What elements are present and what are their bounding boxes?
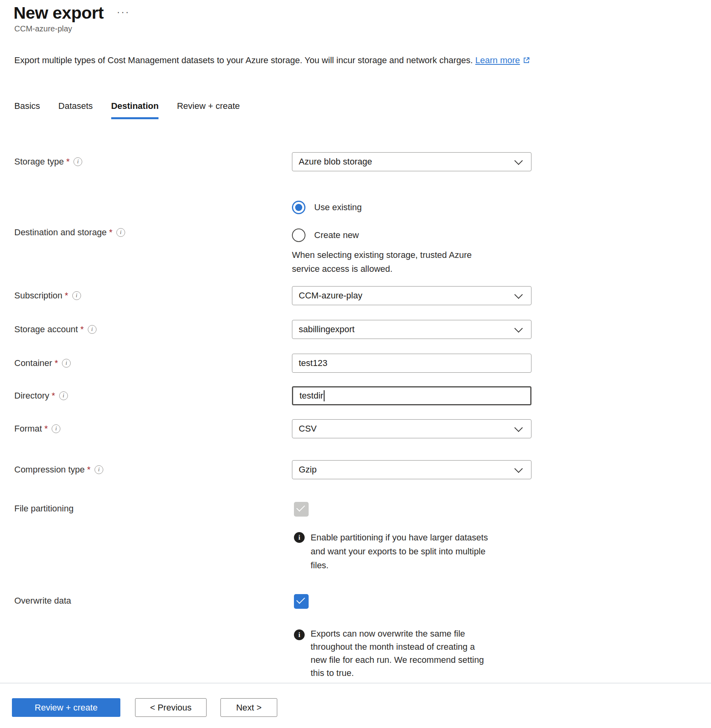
- new-export-blade: New export ··· CCM-azure-play Export mul…: [0, 0, 711, 728]
- info-icon[interactable]: i: [72, 291, 81, 300]
- compression-type-label: Compression type * i: [14, 465, 103, 475]
- storage-account-label: Storage account * i: [14, 324, 97, 335]
- required-asterisk: *: [52, 391, 55, 401]
- directory-label: Directory * i: [14, 391, 68, 401]
- use-existing-option[interactable]: Use existing: [292, 201, 362, 214]
- file-partitioning-checkbox: [294, 502, 309, 517]
- directory-input[interactable]: testdir: [292, 386, 531, 405]
- description-text: Export multiple types of Cost Management…: [14, 55, 531, 67]
- file-partitioning-info-text: Enable partitioning if you have larger d…: [311, 531, 488, 572]
- tab-datasets[interactable]: Datasets: [58, 101, 93, 119]
- review-create-button[interactable]: Review + create: [12, 698, 120, 717]
- storage-type-label: Storage type * i: [14, 157, 82, 167]
- info-filled-icon: i: [294, 532, 305, 543]
- required-asterisk: *: [54, 358, 58, 368]
- existing-storage-helper-text: When selecting existing storage, trusted…: [292, 248, 471, 276]
- container-input[interactable]: test123: [292, 354, 531, 373]
- info-icon[interactable]: i: [116, 228, 125, 237]
- required-asterisk: *: [80, 324, 84, 335]
- info-icon[interactable]: i: [95, 465, 103, 474]
- container-label: Container * i: [14, 358, 71, 368]
- required-asterisk: *: [44, 424, 48, 434]
- file-partitioning-label: File partitioning: [14, 503, 73, 514]
- overwrite-data-info-text: Exports can now overwrite the same file …: [311, 627, 484, 680]
- storage-type-dropdown[interactable]: Azure blob storage: [292, 152, 531, 171]
- use-existing-label: Use existing: [314, 202, 362, 213]
- radio-selected-icon[interactable]: [292, 201, 305, 214]
- chevron-down-icon: [514, 157, 523, 165]
- info-icon[interactable]: i: [52, 424, 60, 433]
- chevron-down-icon: [514, 324, 523, 333]
- format-dropdown[interactable]: CSV: [292, 419, 531, 438]
- learn-more-link[interactable]: Learn more: [475, 55, 520, 65]
- info-icon[interactable]: i: [59, 391, 68, 400]
- subscription-label: Subscription * i: [14, 290, 81, 301]
- breadcrumb-subscription: CCM-azure-play: [14, 24, 72, 33]
- chevron-down-icon: [514, 465, 523, 473]
- chevron-down-icon: [514, 290, 523, 299]
- overwrite-data-checkbox[interactable]: [294, 594, 309, 609]
- storage-account-dropdown[interactable]: sabillingexport: [292, 320, 531, 339]
- footer-divider: [0, 683, 711, 683]
- overwrite-data-label: Overwrite data: [14, 596, 71, 606]
- tab-basics[interactable]: Basics: [14, 101, 40, 119]
- required-asterisk: *: [109, 227, 112, 238]
- required-asterisk: *: [66, 157, 70, 167]
- create-new-label: Create new: [314, 230, 359, 240]
- next-button[interactable]: Next >: [220, 698, 277, 717]
- external-link-icon: [522, 56, 531, 67]
- compression-type-dropdown[interactable]: Gzip: [292, 460, 531, 479]
- more-options-button[interactable]: ···: [117, 6, 130, 17]
- info-icon[interactable]: i: [88, 325, 97, 334]
- info-icon[interactable]: i: [73, 157, 82, 166]
- wizard-tabs: Basics Datasets Destination Review + cre…: [14, 101, 240, 119]
- description-body: Export multiple types of Cost Management…: [14, 55, 473, 65]
- required-asterisk: *: [65, 290, 68, 301]
- page-title: New export: [14, 3, 104, 23]
- destination-storage-label: Destination and storage * i: [14, 227, 125, 238]
- radio-unselected-icon[interactable]: [292, 228, 305, 242]
- create-new-option[interactable]: Create new: [292, 228, 359, 242]
- tab-review-create[interactable]: Review + create: [177, 101, 240, 119]
- info-filled-icon: i: [294, 629, 305, 640]
- required-asterisk: *: [87, 465, 91, 475]
- subscription-dropdown[interactable]: CCM-azure-play: [292, 286, 531, 305]
- info-icon[interactable]: i: [62, 359, 71, 368]
- previous-button[interactable]: < Previous: [135, 698, 207, 717]
- format-label: Format * i: [14, 424, 60, 434]
- tab-destination[interactable]: Destination: [111, 101, 159, 119]
- text-cursor: [324, 390, 325, 401]
- chevron-down-icon: [514, 424, 523, 432]
